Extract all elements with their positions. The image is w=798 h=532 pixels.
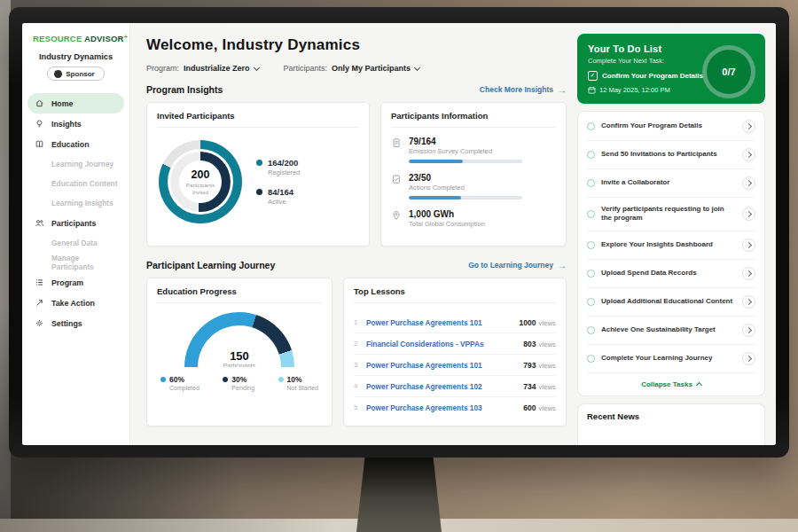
- gauge-center-label: Participants: [184, 363, 294, 367]
- task-label: Complete Your Learning Journey: [601, 354, 736, 363]
- sidebar-item-take-action[interactable]: Take Action: [22, 293, 129, 313]
- task-checkbox[interactable]: [587, 355, 595, 363]
- task-row[interactable]: Complete Your Learning Journey: [587, 345, 755, 373]
- program-filter[interactable]: Program: Industrialize Zero: [146, 64, 259, 73]
- check-more-insights-link[interactable]: Check More Insights →: [480, 85, 567, 95]
- sidebar-item-education-content[interactable]: Education Content: [22, 174, 129, 193]
- sidebar-item-general-data[interactable]: General Data: [22, 233, 129, 253]
- sidebar: RESOURCE ADVISOR+ Industry Dynamics Spon…: [22, 23, 130, 445]
- chevron-right-icon: [746, 327, 752, 333]
- sidebar-item-settings[interactable]: Settings: [22, 313, 129, 333]
- participants-filter[interactable]: Participants: Only My Participants: [284, 64, 420, 73]
- task-label: Achieve One Sustainability Target: [601, 325, 736, 334]
- next-task[interactable]: ✓ Confirm Your Program Details: [588, 71, 703, 81]
- lesson-link[interactable]: Power Purchase Agreements 102: [366, 382, 517, 391]
- task-row[interactable]: Achieve One Sustainability Target: [587, 317, 755, 345]
- task-open-button[interactable]: [742, 176, 755, 190]
- lesson-link[interactable]: Power Purchase Agreements 103: [366, 403, 517, 412]
- metric-label: Total Global Consumption: [409, 220, 485, 228]
- metric-label: Emission Survey Completed: [409, 147, 522, 155]
- task-checkbox[interactable]: [587, 151, 595, 159]
- bulb-icon: [35, 119, 44, 129]
- brand-advisor: ADVISOR: [84, 34, 124, 43]
- top-lessons-card: Top Lessons 1Power Purchase Agreements 1…: [343, 278, 567, 426]
- todo-progress-ring: 0/7: [702, 45, 755, 98]
- nav-item-label: Manage Participants: [51, 254, 122, 271]
- task-open-button[interactable]: [742, 295, 755, 309]
- metric-row: 79/164Emission Survey Completed: [391, 137, 556, 163]
- sidebar-item-insights[interactable]: Insights: [22, 113, 129, 134]
- education-legend: 60%Completed30%Pending10%Not Started: [157, 375, 322, 391]
- todo-tasks-card: Confirm Your Program DetailsSend 50 Invi…: [577, 111, 765, 396]
- task-checkbox[interactable]: [587, 298, 595, 306]
- lesson-views-suffix: views: [539, 340, 557, 348]
- task-checkbox[interactable]: [587, 210, 595, 218]
- collapse-tasks-button[interactable]: Collapse Tasks: [587, 373, 755, 392]
- task-checkbox[interactable]: [587, 326, 595, 334]
- monitor-frame: RESOURCE ADVISOR+ Industry Dynamics Spon…: [9, 7, 789, 458]
- task-open-button[interactable]: [742, 324, 755, 337]
- due-text: 12 May 2025, 12:00 PM: [599, 86, 670, 94]
- lesson-link[interactable]: Power Purchase Agreements 101: [366, 318, 513, 327]
- task-open-button[interactable]: [742, 239, 755, 252]
- task-checkbox[interactable]: [587, 179, 595, 187]
- sidebar-item-manage-participants[interactable]: Manage Participants: [22, 253, 129, 272]
- lesson-link[interactable]: Financial Considerations - VPPAs: [366, 340, 517, 348]
- task-open-button[interactable]: [742, 120, 755, 133]
- task-open-button[interactable]: [742, 267, 755, 280]
- sidebar-item-learning-journey[interactable]: Learning Journey: [22, 154, 129, 174]
- lesson-views-value: 600: [523, 403, 536, 412]
- task-checkbox[interactable]: [587, 122, 595, 130]
- lesson-row[interactable]: 2Financial Considerations - VPPAs803view…: [354, 333, 556, 355]
- lesson-row[interactable]: 5Power Purchase Agreements 103600views: [354, 397, 556, 418]
- task-row[interactable]: Upload Spend Data Records: [587, 260, 755, 288]
- learning-journey-header: Participant Learning Journey Go to Learn…: [146, 260, 567, 270]
- task-row[interactable]: Confirm Your Program Details: [587, 113, 755, 141]
- program-insights-cards: Invited Participants 200 Participants In…: [146, 102, 567, 246]
- sponsor-badge[interactable]: Sponsor: [47, 66, 104, 81]
- sidebar-item-learning-insights[interactable]: Learning Insights: [22, 193, 129, 213]
- brand-plus: +: [124, 34, 128, 40]
- sidebar-item-program[interactable]: Program: [22, 272, 129, 293]
- lesson-row[interactable]: 3Power Purchase Agreements 101793views: [354, 355, 556, 376]
- nav-item-label: Insights: [51, 120, 82, 129]
- donut-center-value: 200: [192, 168, 210, 181]
- task-open-button[interactable]: [742, 148, 755, 161]
- task-label: Send 50 Invitations to Participants: [601, 150, 736, 159]
- invited-legend: 164/200Registered84/164Active: [256, 158, 300, 206]
- lesson-rank: 3: [354, 361, 360, 369]
- home-icon: [35, 98, 44, 108]
- legend-item: 60%Completed: [160, 375, 200, 391]
- task-row[interactable]: Send 50 Invitations to Participants: [587, 141, 755, 169]
- monitor-stand: [356, 456, 442, 532]
- lesson-link[interactable]: Power Purchase Agreements 101: [366, 361, 517, 370]
- go-to-learning-journey-link[interactable]: Go to Learning Journey →: [468, 261, 567, 270]
- task-checkbox[interactable]: [587, 241, 595, 249]
- invited-participants-card: Invited Participants 200 Participants In…: [146, 102, 370, 246]
- lesson-row[interactable]: 4Power Purchase Agreements 102734views: [354, 376, 556, 397]
- task-row[interactable]: Explore Your Insights Dashboard: [587, 231, 755, 260]
- sidebar-item-participants[interactable]: Participants: [22, 213, 129, 233]
- participants-filter-value: Only My Participants: [332, 64, 411, 73]
- legend-dot-icon: [223, 377, 228, 382]
- legend-item: 164/200Registered: [256, 158, 300, 176]
- task-row[interactable]: Invite a Collaborator: [587, 169, 755, 198]
- lesson-row[interactable]: 1Power Purchase Agreements 1011000views: [354, 312, 556, 333]
- sidebar-item-education[interactable]: Education: [22, 134, 129, 154]
- task-checkbox[interactable]: [587, 270, 595, 278]
- task-row[interactable]: Upload Additional Educational Content: [587, 288, 755, 317]
- task-label: Confirm Your Program Details: [601, 121, 736, 130]
- lessons-list: 1Power Purchase Agreements 1011000views2…: [354, 312, 556, 418]
- task-label: Upload Additional Educational Content: [601, 297, 736, 306]
- metric-row: 1,000 GWhTotal Global Consumption: [391, 209, 556, 228]
- task-open-button[interactable]: [742, 207, 755, 221]
- energy-icon: [391, 210, 402, 228]
- task-row[interactable]: Verify participants requesting to join t…: [587, 198, 755, 231]
- card-title: Participants Information: [391, 111, 556, 128]
- filter-bar: Program: Industrialize Zero Participants…: [146, 64, 567, 73]
- nav-item-label: General Data: [51, 239, 98, 247]
- sidebar-item-home[interactable]: Home: [27, 93, 124, 113]
- legend-label: Pending: [231, 385, 254, 391]
- task-open-button[interactable]: [742, 352, 755, 365]
- lesson-rank: 1: [354, 318, 360, 326]
